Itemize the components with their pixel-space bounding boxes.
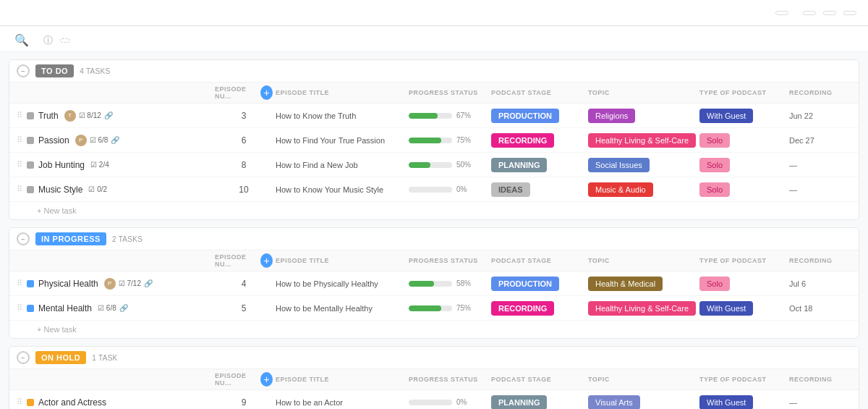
- podcast-stage-cell: PLANNING: [491, 397, 585, 408]
- col-header-7: RECORDING: [789, 376, 847, 383]
- col-header-1: EPISODE NU...+: [215, 85, 273, 100]
- add-episode-button[interactable]: +: [260, 253, 273, 268]
- drag-handle[interactable]: ⠿: [17, 111, 22, 120]
- task-name: Actor and Actress: [38, 397, 106, 408]
- topic-badge: Social Issues: [588, 158, 650, 172]
- link-icon[interactable]: 🔗: [111, 136, 119, 144]
- type-of-podcast-cell: Solo: [699, 160, 786, 170]
- type-badge: With Guest: [699, 301, 753, 316]
- type-of-podcast-cell: With Guest: [699, 111, 786, 121]
- group-label-todo: TO DO: [35, 64, 74, 77]
- task-name: Passion: [38, 135, 69, 146]
- episode-number: 3: [215, 111, 273, 121]
- topic-badge: Music & Audio: [588, 182, 653, 197]
- drag-handle[interactable]: ⠿: [17, 135, 22, 145]
- checklist-badge: ☑ 7/12: [119, 279, 141, 287]
- stage-badge: IDEAS: [491, 182, 530, 197]
- progress-bar-wrap: [409, 400, 452, 405]
- podcast-stage-cell: RECORDING: [491, 303, 585, 313]
- col-header-7: RECORDING: [789, 89, 847, 96]
- col-header-text-episodenum: EPISODE NU...: [215, 372, 258, 387]
- search-button[interactable]: [843, 11, 856, 15]
- episode-title: How to Find Your True Passion: [276, 136, 406, 145]
- status-dot: [27, 161, 34, 169]
- collapse-btn-todo[interactable]: −: [17, 64, 30, 77]
- checklist-badge: ☑ 2/4: [90, 161, 109, 169]
- col-headers-inprogress: EPISODE NU...+EPISODE TITLEPROGRESS STAT…: [9, 250, 859, 271]
- topic-cell: Social Issues: [588, 160, 697, 170]
- status-dot: [27, 305, 34, 312]
- collapse-btn-onhold[interactable]: −: [17, 351, 30, 364]
- drag-handle[interactable]: ⠿: [17, 397, 22, 407]
- progress-bar-wrap: [409, 281, 452, 287]
- progress-percent: 0%: [456, 185, 467, 193]
- drag-handle[interactable]: ⠿: [17, 160, 22, 169]
- episode-number: 10: [215, 185, 273, 195]
- page-header: 🔍 ⓘ: [0, 26, 868, 52]
- group-section-todo: − TO DO 4 TASKS EPISODE NU...+EPISODE TI…: [9, 59, 859, 220]
- status-dot: [27, 280, 34, 287]
- group-header-onhold: − ON HOLD 1 TASK: [9, 347, 859, 369]
- col-header-4: PODCAST STAGE: [491, 376, 585, 383]
- table-row: ⠿ Job Hunting ☑ 2/4 8How to Find a New J…: [9, 153, 859, 177]
- col-header-6: TYPE OF PODCAST: [699, 376, 786, 383]
- col-header-2: EPISODE TITLE: [276, 257, 406, 264]
- task-name-cell: ⠿ Truth T☑ 8/12🔗: [17, 110, 212, 122]
- episode-title: How to Find a New Job: [276, 161, 406, 169]
- progress-percent: 75%: [456, 304, 471, 312]
- recording-date: —: [789, 161, 847, 169]
- task-meta: P☑ 7/12🔗: [104, 278, 153, 290]
- drag-handle[interactable]: ⠿: [17, 185, 22, 194]
- settings-button[interactable]: [803, 11, 816, 15]
- topic-cell: Music & Audio: [588, 185, 697, 195]
- progress-bar-fill: [409, 281, 434, 287]
- checklist-badge: ☑ 6/8: [90, 136, 109, 144]
- progress-bar-fill: [409, 305, 441, 311]
- topic-badge: Healthy Living & Self-Care: [588, 133, 696, 148]
- filter-button[interactable]: [775, 11, 788, 15]
- task-meta: ☑ 2/4: [90, 161, 109, 169]
- topic-cell: Healthy Living & Self-Care: [588, 135, 697, 146]
- page-icon: 🔍: [14, 33, 29, 47]
- topic-badge: Religions: [588, 109, 635, 123]
- group-header-todo: − TO DO 4 TASKS: [9, 60, 859, 83]
- progress-cell: 75%: [409, 136, 488, 144]
- col-headers-todo: EPISODE NU...+EPISODE TITLEPROGRESS STAT…: [9, 83, 859, 104]
- podcast-stage-cell: RECORDING: [491, 135, 585, 146]
- add-episode-button[interactable]: +: [260, 372, 273, 387]
- table-row: ⠿ Mental Health ☑ 6/8🔗 5How to be Mental…: [9, 296, 859, 321]
- drag-handle[interactable]: ⠿: [17, 303, 22, 313]
- table-row: ⠿ Passion P☑ 6/8🔗 6How to Find Your True…: [9, 128, 859, 153]
- add-episode-button[interactable]: +: [260, 85, 273, 100]
- group-count-onhold: 1 TASK: [92, 354, 117, 362]
- progress-percent: 75%: [456, 136, 471, 144]
- type-of-podcast-cell: With Guest: [699, 303, 786, 313]
- col-header-3: PROGRESS STATUS: [409, 257, 488, 264]
- task-meta: ☑ 6/8🔗: [98, 304, 128, 312]
- type-of-podcast-cell: Solo: [699, 185, 786, 195]
- collapse-btn-inprogress[interactable]: −: [17, 232, 30, 245]
- episode-title: How to Know Your Music Style: [276, 185, 406, 194]
- topic-cell: Health & Medical: [588, 279, 697, 289]
- link-icon[interactable]: 🔗: [144, 279, 153, 287]
- episode-title: How to be Mentally Healthy: [276, 304, 406, 313]
- new-task-row-todo[interactable]: + New task: [9, 202, 859, 219]
- col-header-6: TYPE OF PODCAST: [699, 89, 786, 96]
- task-name-cell: ⠿ Actor and Actress: [17, 397, 212, 408]
- col-header-7: RECORDING: [789, 257, 847, 264]
- me-button[interactable]: [823, 11, 836, 15]
- link-icon[interactable]: 🔗: [104, 111, 113, 119]
- link-icon[interactable]: 🔗: [119, 304, 128, 312]
- progress-cell: 75%: [409, 304, 488, 312]
- new-task-row-inprogress[interactable]: + New task: [9, 321, 859, 338]
- topic-badge: Healthy Living & Self-Care: [588, 301, 696, 316]
- info-icon[interactable]: ⓘ: [43, 34, 53, 47]
- progress-bar-wrap: [409, 305, 452, 311]
- new-task-button[interactable]: [60, 38, 70, 43]
- progress-bar-wrap: [409, 162, 452, 168]
- drag-handle[interactable]: ⠿: [17, 279, 22, 288]
- recording-date: Jul 6: [789, 279, 847, 288]
- checklist-badge: ☑ 0/2: [88, 185, 107, 193]
- type-of-podcast-cell: With Guest: [699, 397, 786, 408]
- task-meta: ☑ 0/2: [88, 185, 107, 193]
